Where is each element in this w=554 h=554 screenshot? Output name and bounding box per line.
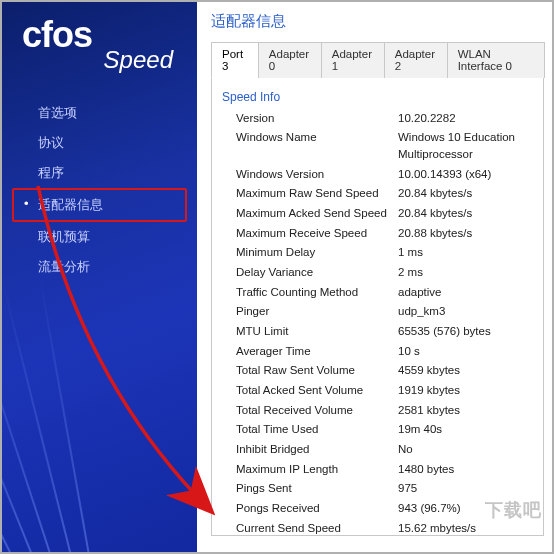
row-label: Total Time Used	[236, 421, 398, 438]
row-value: No	[398, 441, 543, 458]
row-value: adaptive	[398, 284, 543, 301]
row-label: Averager Time	[236, 343, 398, 360]
row-value: 10.00.14393 (x64)	[398, 166, 543, 183]
row-value: udp_km3	[398, 303, 543, 320]
nav-item-2[interactable]: 程序	[2, 158, 197, 188]
row-value: 1919 kbytes	[398, 382, 543, 399]
row-label: MTU Limit	[236, 323, 398, 340]
row-label: Pongs Received	[236, 500, 398, 517]
info-row: Total Time Used19m 40s	[218, 420, 543, 440]
nav-item-3[interactable]: 适配器信息	[12, 188, 187, 222]
info-row: Inhibit BridgedNo	[218, 439, 543, 459]
nav-item-0[interactable]: 首选项	[2, 98, 197, 128]
row-value: 2581 kbytes	[398, 402, 543, 419]
row-value: 19m 40s	[398, 421, 543, 438]
tab-bar: Port 3Adapter 0Adapter 1Adapter 2WLAN In…	[211, 41, 544, 78]
info-row: Delay Variance2 ms	[218, 262, 543, 282]
decorative-lines	[2, 312, 197, 552]
row-label: Delay Variance	[236, 264, 398, 281]
row-label: Current Send Speed	[236, 520, 398, 536]
tab-4[interactable]: WLAN Interface 0	[447, 42, 545, 78]
watermark: 下载吧	[485, 498, 542, 522]
info-row: Averager Time10 s	[218, 341, 543, 361]
info-row: Windows Version10.00.14393 (x64)	[218, 164, 543, 184]
sidebar: cfos Speed 首选项协议程序适配器信息联机预算流量分析	[2, 2, 197, 552]
row-label: Maximum Receive Speed	[236, 225, 398, 242]
page-title: 适配器信息	[211, 12, 544, 31]
row-label: Version	[236, 110, 398, 127]
group-title: Speed Info	[222, 90, 543, 104]
info-row: Maximum Receive Speed20.88 kbytes/s	[218, 223, 543, 243]
row-value: 10.20.2282	[398, 110, 543, 127]
info-row: Total Acked Sent Volume1919 kbytes	[218, 380, 543, 400]
info-row: MTU Limit65535 (576) bytes	[218, 321, 543, 341]
info-row: Pingerudp_km3	[218, 302, 543, 322]
row-label: Pinger	[236, 303, 398, 320]
info-row: Maximum Acked Send Speed20.84 kbytes/s	[218, 203, 543, 223]
tab-1[interactable]: Adapter 0	[258, 42, 322, 78]
tab-3[interactable]: Adapter 2	[384, 42, 448, 78]
row-value: 10 s	[398, 343, 543, 360]
row-label: Maximum Raw Send Speed	[236, 185, 398, 202]
row-value: 15.62 mbytes/s	[398, 520, 543, 536]
logo: cfos Speed	[2, 2, 197, 80]
row-value: 65535 (576) bytes	[398, 323, 543, 340]
row-label: Total Received Volume	[236, 402, 398, 419]
info-row: Pings Sent975	[218, 479, 543, 499]
row-value: 1480 bytes	[398, 461, 543, 478]
info-row: Maximum Raw Send Speed20.84 kbytes/s	[218, 184, 543, 204]
row-label: Windows Version	[236, 166, 398, 183]
nav-item-5[interactable]: 流量分析	[2, 252, 197, 282]
nav-item-4[interactable]: 联机预算	[2, 222, 197, 252]
row-label: Total Raw Sent Volume	[236, 362, 398, 379]
row-value: 975	[398, 480, 543, 497]
row-value: 20.88 kbytes/s	[398, 225, 543, 242]
info-rows: Version10.20.2282Windows NameWindows 10 …	[218, 108, 543, 536]
row-value: 20.84 kbytes/s	[398, 205, 543, 222]
info-row: Version10.20.2282	[218, 108, 543, 128]
nav-item-1[interactable]: 协议	[2, 128, 197, 158]
info-row: Windows NameWindows 10 Education Multipr…	[218, 128, 543, 164]
nav: 首选项协议程序适配器信息联机预算流量分析	[2, 98, 197, 282]
row-label: Maximum IP Length	[236, 461, 398, 478]
info-row: Minimum Delay1 ms	[218, 243, 543, 263]
info-row: Total Received Volume2581 kbytes	[218, 400, 543, 420]
row-label: Pings Sent	[236, 480, 398, 497]
info-row: Traffic Counting Methodadaptive	[218, 282, 543, 302]
row-value: 1 ms	[398, 244, 543, 261]
tab-2[interactable]: Adapter 1	[321, 42, 385, 78]
row-label: Minimum Delay	[236, 244, 398, 261]
info-row: Maximum IP Length1480 bytes	[218, 459, 543, 479]
row-label: Traffic Counting Method	[236, 284, 398, 301]
tab-0[interactable]: Port 3	[211, 42, 259, 78]
info-row: Total Raw Sent Volume4559 kbytes	[218, 361, 543, 381]
app-window: cfos Speed 首选项协议程序适配器信息联机预算流量分析 适配器信息 Po…	[0, 0, 554, 554]
row-label: Inhibit Bridged	[236, 441, 398, 458]
row-label: Maximum Acked Send Speed	[236, 205, 398, 222]
info-panel: Speed Info Version10.20.2282Windows Name…	[211, 78, 544, 536]
row-label: Total Acked Sent Volume	[236, 382, 398, 399]
row-value: 2 ms	[398, 264, 543, 281]
row-label: Windows Name	[236, 129, 398, 162]
row-value: 4559 kbytes	[398, 362, 543, 379]
row-value: 20.84 kbytes/s	[398, 185, 543, 202]
row-value: Windows 10 Education Multiprocessor	[398, 129, 543, 162]
content-area: 适配器信息 Port 3Adapter 0Adapter 1Adapter 2W…	[197, 2, 552, 552]
